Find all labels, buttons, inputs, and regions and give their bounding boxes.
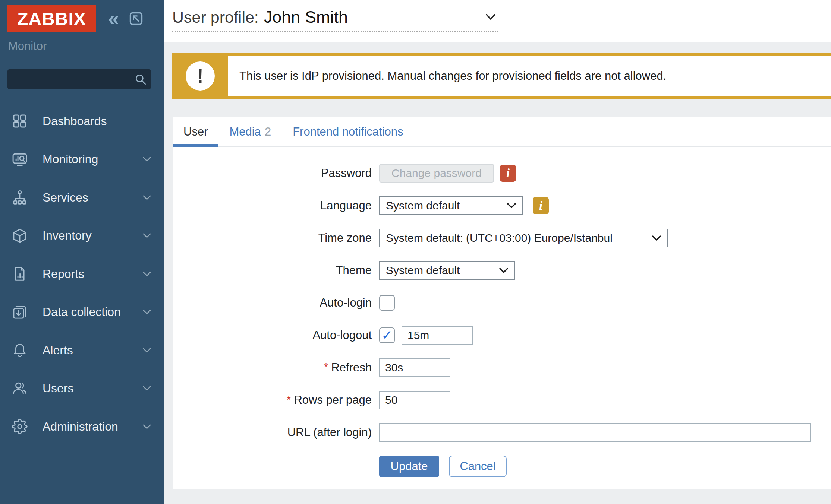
autologin-row: Auto-login — [173, 294, 831, 312]
theme-row: Theme System default — [173, 261, 831, 280]
url-label: URL (after login) — [173, 426, 372, 439]
chevron-down-icon — [143, 386, 151, 391]
sidebar-item-label: Administration — [43, 420, 118, 434]
page-title: User profile: John Smith — [172, 7, 498, 32]
chevron-down-icon — [143, 157, 151, 162]
sidebar-server-name: Monitor — [8, 39, 47, 53]
users-icon — [11, 381, 28, 396]
search-icon[interactable] — [134, 73, 147, 86]
language-label: Language — [173, 199, 372, 212]
sidebar-item-reports[interactable]: Reports — [0, 255, 164, 293]
reports-icon — [11, 266, 28, 282]
chevron-down-icon — [143, 272, 151, 276]
services-icon — [11, 190, 28, 205]
sidebar-item-label: Inventory — [43, 229, 92, 243]
collapse-sidebar-icon[interactable]: « — [108, 10, 119, 28]
autologout-input[interactable] — [402, 326, 473, 345]
inventory-icon — [11, 228, 28, 244]
dashboards-icon — [11, 113, 28, 129]
sidebar-item-monitoring[interactable]: Monitoring — [0, 140, 164, 179]
timezone-select[interactable]: System default: (UTC+03:00) Europe/Istan… — [379, 229, 668, 247]
update-button[interactable]: Update — [379, 456, 439, 477]
sidebar-item-services[interactable]: Services — [0, 178, 164, 217]
url-input[interactable] — [379, 423, 811, 442]
sidebar-item-label: Users — [43, 381, 74, 395]
required-mark: * — [324, 361, 328, 374]
select-chevron-icon — [652, 235, 661, 241]
sidebar-item-label: Alerts — [43, 343, 73, 357]
sidebar-item-label: Dashboards — [43, 114, 107, 128]
user-profile-form: Password Change password i Language Syst… — [173, 147, 831, 477]
warning-icon-block: ! — [172, 56, 228, 96]
language-row: Language System default i — [173, 196, 831, 215]
page-title-username: John Smith — [264, 7, 348, 27]
warning-message: This user is IdP provisioned. Manual cha… — [228, 56, 666, 96]
chevron-down-icon — [143, 195, 151, 200]
chevron-down-icon — [143, 310, 151, 314]
cancel-button[interactable]: Cancel — [449, 456, 507, 477]
rows-per-page-input[interactable] — [379, 391, 450, 409]
zabbix-logo[interactable]: ZABBIX — [7, 5, 96, 32]
tab-user[interactable]: User — [173, 117, 218, 146]
tab-label: Frontend notifications — [293, 125, 403, 139]
refresh-input[interactable] — [379, 358, 450, 377]
autologout-label: Auto-logout — [173, 329, 372, 342]
bell-icon — [11, 342, 28, 358]
change-password-button[interactable]: Change password — [379, 164, 494, 183]
refresh-label-text: Refresh — [331, 361, 372, 374]
chevron-down-icon — [143, 424, 151, 429]
autologout-checkbox[interactable]: ✓ — [379, 327, 395, 343]
language-select-value: System default — [386, 199, 460, 212]
password-row: Password Change password i — [173, 164, 831, 183]
idp-warning-banner: ! This user is IdP provisioned. Manual c… — [172, 53, 831, 99]
media-count-badge: 2 — [265, 125, 271, 139]
language-info-icon[interactable]: i — [533, 197, 549, 214]
refresh-row: *Refresh — [173, 358, 831, 377]
autologin-label: Auto-login — [173, 296, 372, 310]
zabbix-user-profile-page: ZABBIX « Monitor — [0, 0, 831, 504]
refresh-label: *Refresh — [173, 361, 372, 374]
select-chevron-icon — [499, 267, 509, 273]
chevron-down-icon — [143, 233, 151, 238]
sidebar-item-users[interactable]: Users — [0, 370, 164, 408]
url-row: URL (after login) — [173, 423, 831, 442]
sidebar-item-alerts[interactable]: Alerts — [0, 331, 164, 370]
sidebar-item-inventory[interactable]: Inventory — [0, 217, 164, 255]
expand-sidebar-icon[interactable] — [128, 10, 144, 27]
select-chevron-icon — [507, 203, 516, 209]
checkmark-icon: ✓ — [381, 329, 393, 342]
sidebar-item-label: Reports — [43, 267, 84, 281]
sidebar-item-data-collection[interactable]: Data collection — [0, 293, 164, 332]
gear-icon — [11, 419, 28, 434]
sidebar-item-label: Monitoring — [43, 152, 98, 166]
rows-per-page-row: *Rows per page — [173, 391, 831, 409]
chevron-down-icon — [143, 348, 151, 353]
tab-label: User — [183, 125, 208, 139]
timezone-row: Time zone System default: (UTC+03:00) Eu… — [173, 229, 831, 247]
sidebar-search — [7, 69, 151, 89]
sidebar-controls: « — [108, 10, 144, 28]
sidebar: ZABBIX « Monitor — [0, 0, 164, 504]
language-select[interactable]: System default — [379, 196, 523, 215]
theme-select[interactable]: System default — [379, 261, 515, 280]
timezone-label: Time zone — [173, 231, 372, 245]
autologin-checkbox[interactable] — [379, 295, 395, 311]
sidebar-item-dashboards[interactable]: Dashboards — [0, 102, 164, 140]
tab-media[interactable]: Media 2 — [218, 117, 282, 146]
rows-per-page-label: *Rows per page — [173, 393, 372, 407]
search-input[interactable] — [7, 69, 136, 89]
theme-label: Theme — [173, 264, 372, 277]
tab-label: Media — [229, 125, 261, 139]
monitoring-icon — [11, 152, 28, 167]
theme-select-value: System default — [386, 264, 460, 277]
password-label: Password — [173, 167, 372, 180]
data-collection-icon — [11, 304, 28, 320]
title-menu-chevron-icon[interactable] — [484, 13, 498, 21]
sidebar-menu: Dashboards Monitoring — [0, 102, 164, 446]
user-profile-panel: User Media 2 Frontend notifications Pass… — [173, 117, 831, 489]
sidebar-item-label: Services — [43, 191, 88, 205]
tab-frontend-notifications[interactable]: Frontend notifications — [282, 117, 414, 146]
password-info-icon[interactable]: i — [500, 165, 516, 182]
sidebar-item-administration[interactable]: Administration — [0, 408, 164, 446]
timezone-select-value: System default: (UTC+03:00) Europe/Istan… — [386, 232, 613, 244]
